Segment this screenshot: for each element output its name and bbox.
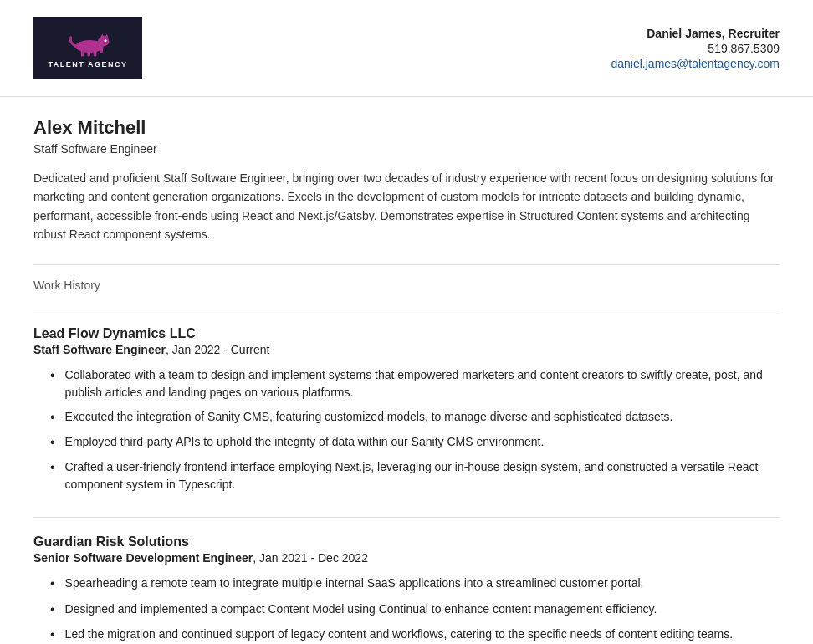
svg-point-1 (98, 36, 110, 46)
list-item: Employed third-party APIs to uphold the … (33, 433, 780, 452)
work-history-label: Work History (33, 279, 780, 292)
svg-rect-6 (94, 50, 97, 57)
company-name-1: Guardian Risk Solutions (33, 534, 780, 549)
entry-separator-0 (33, 309, 780, 309)
main-content: Alex Mitchell Staff Software Engineer De… (0, 97, 813, 644)
svg-point-8 (105, 39, 107, 42)
list-item: Designed and implemented a compact Conte… (33, 601, 780, 619)
logo: TALENT AGENCY (33, 17, 142, 79)
header: TALENT AGENCY Daniel James, Recruiter 51… (0, 0, 813, 97)
svg-rect-5 (87, 50, 90, 57)
svg-rect-4 (81, 50, 84, 57)
job-title-0: Staff Software Engineer (33, 343, 166, 356)
bullet-list-0: Collaborated with a team to design and i… (33, 366, 780, 494)
recruiter-phone: 519.867.5309 (611, 42, 780, 55)
list-item: Executed the integration of Sanity CMS, … (33, 408, 780, 427)
bullet-list-1: Spearheading a remote team to integrate … (33, 575, 780, 644)
svg-marker-2 (100, 33, 105, 38)
job-title-line-0: Staff Software Engineer, Jan 2022 - Curr… (33, 343, 780, 356)
list-item: Collaborated with a team to design and i… (33, 366, 780, 401)
work-history-list: Lead Flow Dynamics LLC Staff Software En… (33, 309, 780, 644)
job-period-0: , Jan 2022 - Current (166, 343, 270, 356)
entry-separator-1 (33, 517, 780, 518)
svg-marker-3 (105, 33, 109, 38)
list-item: Led the migration and continued support … (33, 626, 780, 644)
job-title-1: Senior Software Development Engineer (33, 551, 253, 565)
work-entry-0: Lead Flow Dynamics LLC Staff Software En… (33, 309, 780, 494)
company-name-0: Lead Flow Dynamics LLC (33, 326, 780, 341)
logo-text: TALENT AGENCY (49, 60, 128, 69)
contact-info: Daniel James, Recruiter 519.867.5309 dan… (611, 27, 780, 70)
job-period-1: , Jan 2021 - Dec 2022 (253, 551, 368, 565)
svg-rect-7 (100, 48, 103, 53)
work-entry-1: Guardian Risk Solutions Senior Software … (33, 517, 780, 644)
list-item: Crafted a user-friendly frontend interfa… (33, 458, 780, 493)
list-item: Spearheading a remote team to integrate … (33, 575, 780, 593)
recruiter-email[interactable]: daniel.james@talentagency.com (611, 57, 780, 70)
candidate-name: Alex Mitchell (33, 117, 780, 139)
bio: Dedicated and proficient Staff Software … (33, 169, 780, 244)
candidate-title: Staff Software Engineer (33, 142, 780, 156)
section-divider (33, 264, 780, 265)
logo-icon (63, 28, 113, 57)
job-title-line-1: Senior Software Development Engineer, Ja… (33, 551, 780, 565)
recruiter-name: Daniel James, Recruiter (647, 27, 780, 40)
